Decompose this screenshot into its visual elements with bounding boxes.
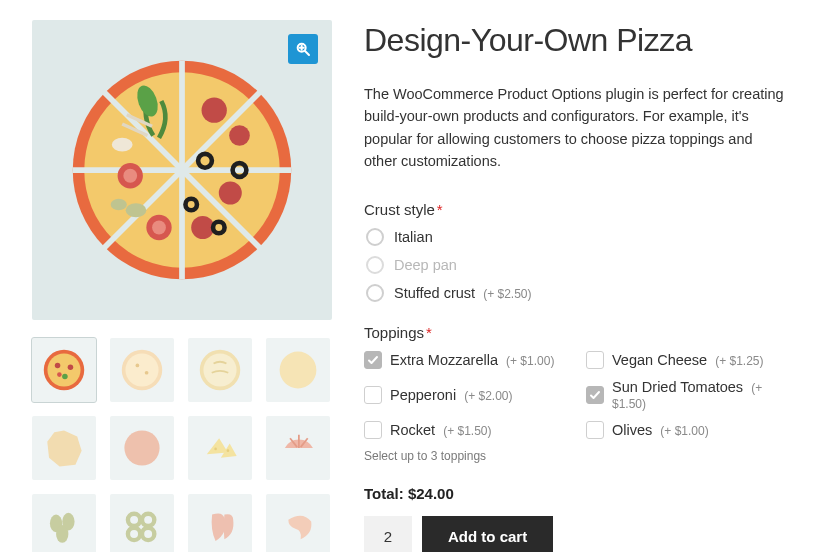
radio-icon (366, 228, 384, 246)
option-label: Deep pan (394, 257, 457, 273)
thumbnail-pizza-plain-light[interactable] (110, 338, 174, 402)
thumbnail-dough-red[interactable] (110, 416, 174, 480)
svg-point-32 (62, 374, 68, 380)
toppings-label: Toppings* (364, 324, 788, 341)
thumbnail-dough-plain[interactable] (266, 338, 330, 402)
svg-point-23 (112, 138, 133, 152)
svg-point-12 (219, 182, 242, 205)
required-mark: * (426, 324, 432, 341)
product-page: Design-Your-Own Pizza The WooCommerce Pr… (32, 20, 788, 552)
topping-olives[interactable]: Olives (+ $1.00) (586, 421, 788, 439)
option-price: (+ $1.50) (443, 424, 491, 438)
product-description: The WooCommerce Product Options plugin i… (364, 83, 788, 173)
thumbnail-cheese-chunks[interactable] (188, 416, 252, 480)
svg-point-35 (125, 353, 158, 386)
crust-label: Crust style* (364, 201, 788, 218)
svg-point-56 (142, 528, 154, 540)
svg-point-45 (214, 448, 217, 451)
option-group-toppings: Toppings* Extra Mozzarella (+ $1.00) Veg… (364, 324, 788, 463)
topping-vegan-cheese[interactable]: Vegan Cheese (+ $1.25) (586, 351, 788, 369)
thumbnail-pizza-cheese[interactable] (188, 338, 252, 402)
crust-options: Italian Deep pan Stuffed crust (+ $2.50) (364, 228, 788, 302)
pizza-illustration (67, 55, 297, 285)
required-mark: * (437, 201, 443, 218)
thumbnail-tomato-slice[interactable] (266, 416, 330, 480)
svg-point-46 (227, 449, 230, 452)
thumbnail-olive-rings[interactable] (110, 494, 174, 552)
svg-point-10 (202, 98, 227, 123)
product-details: Design-Your-Own Pizza The WooCommerce Pr… (364, 20, 788, 552)
crust-label-text: Crust style (364, 201, 435, 218)
product-title: Design-Your-Own Pizza (364, 22, 788, 59)
quantity-input[interactable] (364, 516, 412, 552)
svg-line-1 (305, 51, 309, 55)
thumbnail-olives-green[interactable] (32, 494, 96, 552)
crust-option-deep-pan[interactable]: Deep pan (366, 256, 788, 274)
main-product-image[interactable] (32, 20, 332, 320)
svg-point-20 (123, 169, 137, 183)
option-group-crust: Crust style* Italian Deep pan Stuffed cr… (364, 201, 788, 302)
option-price: (+ $1.00) (506, 354, 554, 368)
option-label: Stuffed crust (394, 285, 475, 301)
svg-point-22 (152, 221, 166, 235)
svg-point-36 (136, 364, 140, 368)
svg-point-53 (128, 514, 140, 526)
zoom-icon[interactable] (288, 34, 318, 64)
svg-point-55 (128, 528, 140, 540)
thumbnail-chili[interactable] (188, 494, 252, 552)
svg-point-31 (68, 364, 74, 370)
svg-point-52 (56, 525, 68, 543)
crust-option-stuffed[interactable]: Stuffed crust (+ $2.50) (366, 284, 788, 302)
option-label: Olives (612, 422, 652, 438)
svg-point-40 (280, 352, 317, 389)
option-label: Sun Dried Tomatoes (612, 379, 743, 395)
checkbox-icon (364, 351, 382, 369)
checkbox-icon (586, 421, 604, 439)
thumbnail-dough-beige[interactable] (32, 416, 96, 480)
svg-point-11 (229, 125, 250, 146)
option-label: Pepperoni (390, 387, 456, 403)
thumbnail-grid (32, 338, 332, 552)
radio-icon (366, 256, 384, 274)
svg-point-54 (142, 514, 154, 526)
svg-point-25 (111, 199, 127, 211)
svg-point-33 (57, 372, 62, 377)
svg-point-42 (124, 430, 159, 465)
thumbnail-pizza-full[interactable] (32, 338, 96, 402)
topping-rocket[interactable]: Rocket (+ $1.50) (364, 421, 566, 439)
option-label: Extra Mozzarella (390, 352, 498, 368)
option-price: (+ $2.50) (483, 287, 531, 301)
checkbox-icon (586, 351, 604, 369)
toppings-label-text: Toppings (364, 324, 424, 341)
total-price: Total: $24.00 (364, 485, 788, 502)
thumbnail-shrimp[interactable] (266, 494, 330, 552)
svg-point-24 (126, 203, 147, 217)
crust-option-italian[interactable]: Italian (366, 228, 788, 246)
product-gallery (32, 20, 332, 552)
svg-marker-41 (47, 430, 81, 466)
checkbox-icon (586, 386, 604, 404)
toppings-options: Extra Mozzarella (+ $1.00) Vegan Cheese … (364, 351, 788, 439)
option-price: (+ $1.25) (715, 354, 763, 368)
option-label: Vegan Cheese (612, 352, 707, 368)
topping-pepperoni[interactable]: Pepperoni (+ $2.00) (364, 379, 566, 411)
option-label: Italian (394, 229, 433, 245)
svg-point-29 (47, 353, 80, 386)
topping-extra-mozzarella[interactable]: Extra Mozzarella (+ $1.00) (364, 351, 566, 369)
add-to-cart-row: Add to cart (364, 516, 788, 552)
topping-sun-dried-tomatoes[interactable]: Sun Dried Tomatoes (+ $1.50) (586, 379, 788, 411)
add-to-cart-button[interactable]: Add to cart (422, 516, 553, 552)
radio-icon (366, 284, 384, 302)
option-price: (+ $2.00) (464, 389, 512, 403)
option-label: Rocket (390, 422, 435, 438)
checkbox-icon (364, 421, 382, 439)
checkbox-icon (364, 386, 382, 404)
svg-point-30 (55, 363, 61, 369)
toppings-helper: Select up to 3 toppings (364, 449, 788, 463)
option-price: (+ $1.00) (660, 424, 708, 438)
svg-point-37 (145, 371, 149, 375)
